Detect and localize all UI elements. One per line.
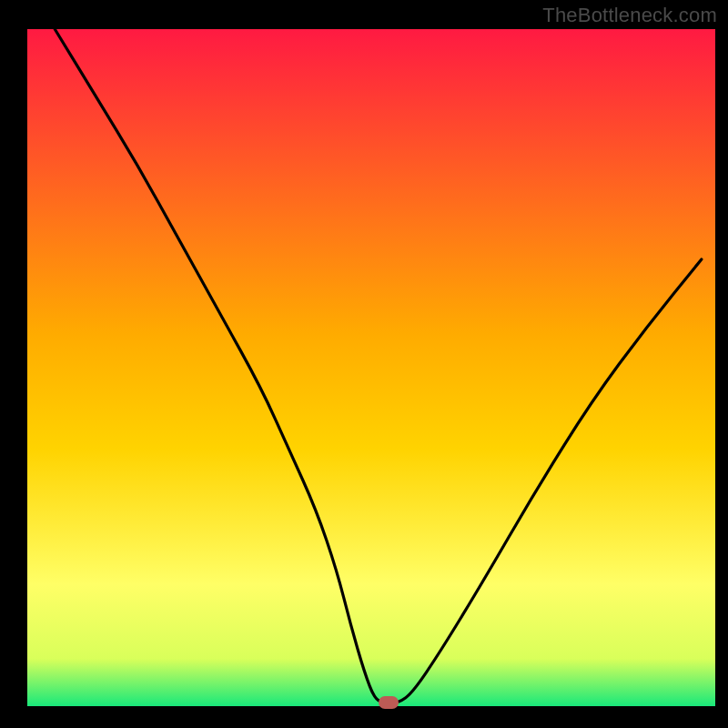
watermark-text: TheBottleneck.com (542, 4, 717, 27)
chart-svg (0, 0, 728, 728)
chart-root: TheBottleneck.com (0, 0, 728, 728)
optimal-marker (379, 696, 399, 709)
gradient-bg (27, 29, 715, 706)
